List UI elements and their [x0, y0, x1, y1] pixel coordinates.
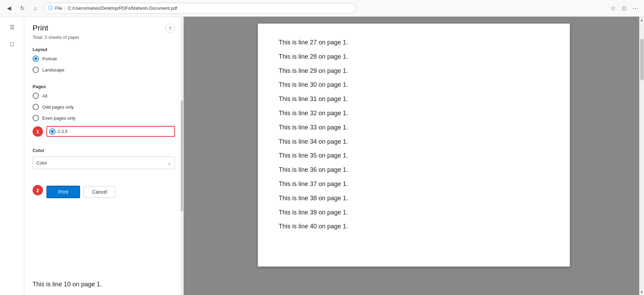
- cancel-button[interactable]: Cancel: [84, 186, 116, 198]
- all-pages-option[interactable]: All: [33, 93, 175, 99]
- pdf-line-13: This is line 40 on page 1.: [279, 221, 549, 230]
- address-bar[interactable]: ⓘ File | C:/Users/mahes/Desktop/PDFs/Mah…: [44, 3, 356, 14]
- print-title: Print: [33, 24, 48, 33]
- pdf-line-10: This is line 37 on page 1.: [279, 179, 549, 189]
- partial-line-text: This is line 10 on page 1.: [33, 281, 175, 288]
- pages-label: Pages: [33, 84, 175, 89]
- address-separator: |: [64, 6, 66, 11]
- partial-line-panel: This is line 10 on page 1.: [33, 274, 175, 288]
- pdf-line-8: This is line 35 on page 1.: [279, 151, 549, 161]
- main-area: ☰ ◻ Print ? Total: 3 sheets of paper Lay…: [0, 17, 644, 295]
- pdf-line-2: This is line 29 on page 1.: [279, 66, 549, 76]
- pdf-line-12: This is line 39 on page 1.: [279, 208, 549, 218]
- help-button[interactable]: ?: [165, 24, 175, 33]
- portrait-label: Portrait: [42, 56, 57, 61]
- color-section: Color Color ⌄: [33, 148, 175, 176]
- even-pages-option[interactable]: Even pages only: [33, 115, 175, 121]
- color-dropdown[interactable]: Color ⌄: [33, 157, 175, 169]
- panel-scrollbar-thumb[interactable]: [181, 100, 183, 212]
- pdf-line-0: This is line 27 on page 1.: [279, 37, 549, 48]
- even-pages-label: Even pages only: [42, 116, 76, 121]
- pdf-line-7: This is line 34 on page 1.: [279, 137, 549, 147]
- pages-section: Pages All Odd pages only Even pages only…: [33, 84, 175, 142]
- landscape-radio[interactable]: [33, 67, 39, 73]
- buttons-row: Print Cancel: [46, 186, 116, 198]
- back-button[interactable]: ◀: [4, 3, 14, 13]
- landscape-label: Landscape: [42, 67, 64, 73]
- pdf-line-3: This is line 30 on page 1.: [279, 80, 549, 90]
- step1-badge: 1: [33, 126, 43, 137]
- browser-actions: ☆ ✩ ⋯: [609, 3, 640, 14]
- pdf-page: This is line 27 on page 1. This is line …: [258, 24, 570, 267]
- pdf-line-1: This is line 28 on page 1.: [279, 52, 549, 62]
- more-button[interactable]: ⋯: [631, 3, 640, 14]
- color-label: Color: [33, 148, 175, 153]
- custom-pages-row[interactable]: [46, 126, 175, 137]
- address-path: C:/Users/mahes/Desktop/PDFs/Mahesh-Docum…: [68, 6, 177, 11]
- portrait-option[interactable]: Portrait: [33, 56, 175, 62]
- all-pages-radio[interactable]: [33, 93, 39, 99]
- bookmark2-button[interactable]: ✩: [620, 3, 628, 14]
- layout-section: Layout Portrait Landscape: [33, 47, 175, 78]
- pdf-line-11: This is line 38 on page 1.: [279, 193, 549, 203]
- step2-badge: 2: [33, 185, 43, 195]
- home-button[interactable]: ⌂: [31, 3, 40, 13]
- pdf-line-5: This is line 32 on page 1.: [279, 108, 549, 118]
- refresh-button[interactable]: ↻: [17, 3, 27, 13]
- odd-pages-radio[interactable]: [33, 104, 39, 110]
- buttons-badge-row: 2 Print Cancel: [33, 182, 175, 198]
- odd-pages-option[interactable]: Odd pages only: [33, 104, 175, 110]
- layout-label: Layout: [33, 47, 175, 52]
- even-pages-radio[interactable]: [33, 115, 39, 121]
- all-pages-label: All: [42, 93, 47, 99]
- info-icon: ⓘ: [48, 5, 53, 11]
- portrait-radio[interactable]: [33, 56, 39, 62]
- print-panel: Print ? Total: 3 sheets of paper Layout …: [24, 17, 184, 295]
- color-dropdown-value: Color: [36, 160, 47, 166]
- landscape-option[interactable]: Landscape: [33, 67, 175, 73]
- custom-pages-badge-row: 1: [33, 126, 175, 137]
- custom-pages-input[interactable]: [58, 127, 172, 135]
- pdf-line-9: This is line 36 on page 1.: [279, 165, 549, 175]
- pdf-line-4: This is line 31 on page 1.: [279, 94, 549, 104]
- file-label: File: [55, 6, 62, 11]
- preview-scrollbar-thumb[interactable]: [640, 39, 644, 81]
- chevron-down-icon: ⌄: [167, 160, 171, 166]
- browser-chrome: ◀ ↻ ⌂ ⓘ File | C:/Users/mahes/Desktop/PD…: [0, 0, 644, 17]
- print-subtitle: Total: 3 sheets of paper: [33, 35, 175, 40]
- bookmark-button[interactable]: ☆: [609, 3, 617, 14]
- sidebar-page-button[interactable]: ◻: [5, 37, 19, 51]
- sidebar-strip: ☰ ◻: [0, 17, 24, 295]
- custom-pages-radio[interactable]: [49, 128, 55, 135]
- odd-pages-label: Odd pages only: [42, 104, 74, 110]
- print-button[interactable]: Print: [46, 186, 80, 198]
- pdf-preview: This is line 27 on page 1. This is line …: [184, 17, 644, 295]
- pdf-line-6: This is line 33 on page 1.: [279, 123, 549, 133]
- print-header: Print ?: [33, 24, 175, 33]
- scroll-up-button[interactable]: ▲: [639, 17, 644, 23]
- panel-scrollbar[interactable]: [181, 17, 183, 295]
- scroll-down-button[interactable]: ▼: [639, 289, 644, 295]
- preview-scrollbar[interactable]: ▲ ▼: [639, 17, 644, 295]
- sidebar-menu-button[interactable]: ☰: [5, 20, 19, 34]
